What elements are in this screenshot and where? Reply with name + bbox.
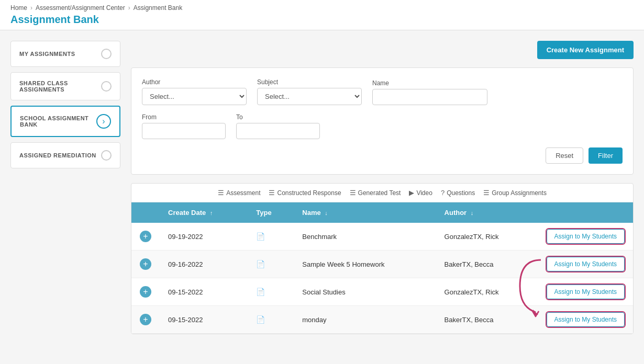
type-cell-1: 📄 bbox=[248, 223, 294, 251]
type-icon-4: 📄 bbox=[256, 315, 265, 324]
main-layout: MY ASSIGNMENTS SHARED CLASS ASSIGNMENTS … bbox=[0, 30, 644, 345]
legend-video: ▶ Video bbox=[409, 189, 432, 197]
col-create-date[interactable]: Create Date ↑ bbox=[160, 202, 248, 223]
from-input[interactable] bbox=[142, 123, 226, 139]
breadcrumb-home[interactable]: Home bbox=[10, 4, 27, 12]
subject-select[interactable]: Select... bbox=[257, 88, 362, 105]
group-assignments-icon: ☰ bbox=[483, 189, 490, 197]
page-title: Assignment Bank bbox=[10, 14, 634, 26]
legend-row: ☰ Assessment ☰ Constructed Response ☰ Ge… bbox=[131, 184, 633, 202]
create-date-4: 09-15-2022 bbox=[160, 306, 248, 334]
type-cell-3: 📄 bbox=[248, 278, 294, 306]
type-cell-4: 📄 bbox=[248, 306, 294, 334]
filter-row-2: From To bbox=[142, 113, 623, 139]
table-panel: ☰ Assessment ☰ Constructed Response ☰ Ge… bbox=[131, 183, 634, 334]
sidebar-item-assigned-remediation[interactable]: ASSIGNED REMEDIATION bbox=[10, 142, 120, 168]
col-name-label: Name bbox=[302, 209, 320, 217]
filter-button[interactable]: Filter bbox=[589, 147, 623, 164]
name-input[interactable] bbox=[372, 89, 487, 105]
breadcrumb-sep-1: › bbox=[30, 4, 32, 12]
name-filter-field: Name bbox=[372, 79, 487, 105]
col-author-sort: ↓ bbox=[471, 210, 474, 216]
constructed-response-icon: ☰ bbox=[269, 189, 275, 197]
assessment-icon: ☰ bbox=[218, 189, 224, 197]
col-name-sort: ↓ bbox=[325, 210, 328, 216]
legend-assessment: ☰ Assessment bbox=[218, 189, 260, 197]
col-create-date-sort: ↑ bbox=[210, 210, 213, 216]
legend-generated-label: Generated Test bbox=[358, 189, 401, 197]
legend-questions: ? Questions bbox=[441, 189, 475, 197]
table-row: + 09-15-2022 📄 monday BakerTX, Becca Ass… bbox=[131, 306, 633, 334]
col-action bbox=[538, 202, 633, 223]
from-filter-label: From bbox=[142, 113, 226, 121]
assign-col-3: Assign to My Students bbox=[538, 278, 633, 306]
col-type: Type bbox=[248, 202, 294, 223]
legend-group-assignments: ☰ Group Assignments bbox=[483, 189, 547, 197]
breadcrumb-current: Assignment Bank bbox=[134, 4, 182, 12]
sidebar-shared-label: SHARED CLASS ASSIGNMENTS bbox=[19, 80, 101, 93]
filter-actions: Reset Filter bbox=[142, 147, 623, 164]
assign-button-4[interactable]: Assign to My Students bbox=[547, 312, 625, 327]
legend-questions-label: Questions bbox=[447, 189, 475, 197]
content-area: Create New Assignment Author Select... S… bbox=[131, 41, 634, 334]
subject-filter-field: Subject Select... bbox=[257, 78, 362, 105]
name-cell-4: monday bbox=[294, 306, 436, 334]
create-new-assignment-button[interactable]: Create New Assignment bbox=[537, 41, 634, 59]
assign-col-4: Assign to My Students bbox=[538, 306, 633, 334]
assign-button-1[interactable]: Assign to My Students bbox=[547, 229, 625, 244]
legend-video-label: Video bbox=[416, 189, 432, 197]
expand-button-1[interactable]: + bbox=[140, 231, 151, 242]
assign-col-1: Assign to My Students bbox=[538, 223, 633, 251]
breadcrumb: Home › Assessment/Assignment Center › As… bbox=[10, 4, 634, 12]
sidebar: MY ASSIGNMENTS SHARED CLASS ASSIGNMENTS … bbox=[10, 41, 120, 334]
breadcrumb-assessment[interactable]: Assessment/Assignment Center bbox=[36, 4, 125, 12]
header-row: Create New Assignment bbox=[131, 41, 634, 59]
expand-button-3[interactable]: + bbox=[140, 286, 151, 298]
col-author[interactable]: Author ↓ bbox=[436, 202, 538, 223]
legend-constructed-response: ☰ Constructed Response bbox=[269, 189, 341, 197]
expand-button-4[interactable]: + bbox=[140, 314, 151, 325]
name-cell-1: Benchmark bbox=[294, 223, 436, 251]
expand-cell-2: + bbox=[131, 251, 160, 278]
expand-cell-1: + bbox=[131, 223, 160, 251]
col-type-label: Type bbox=[256, 209, 271, 217]
table-row: + 09-16-2022 📄 Sample Week 5 Homework Ba… bbox=[131, 251, 633, 278]
create-date-3: 09-15-2022 bbox=[160, 278, 248, 306]
to-filter-field: To bbox=[236, 113, 320, 139]
filter-row-1: Author Select... Subject Select... Name bbox=[142, 78, 623, 105]
expand-cell-3: + bbox=[131, 278, 160, 306]
breadcrumb-sep-2: › bbox=[128, 4, 130, 12]
sidebar-school-label: SCHOOL ASSIGNMENT BANK bbox=[20, 115, 96, 128]
sidebar-my-assignments-label: MY ASSIGNMENTS bbox=[19, 51, 75, 57]
legend-group-label: Group Assignments bbox=[492, 189, 547, 197]
sidebar-item-school-assignment-bank[interactable]: SCHOOL ASSIGNMENT BANK › bbox=[10, 106, 120, 137]
expand-button-2[interactable]: + bbox=[140, 258, 151, 270]
author-cell-4: BakerTX, Becca bbox=[436, 306, 538, 334]
name-cell-3: Social Studies bbox=[294, 278, 436, 306]
author-cell-2: BakerTX, Becca bbox=[436, 251, 538, 278]
assign-button-2[interactable]: Assign to My Students bbox=[547, 257, 625, 271]
sidebar-radio-remediation bbox=[101, 150, 112, 161]
col-name[interactable]: Name ↓ bbox=[294, 202, 436, 223]
author-filter-field: Author Select... bbox=[142, 78, 247, 105]
to-input[interactable] bbox=[236, 123, 320, 139]
expand-cell-4: + bbox=[131, 306, 160, 334]
sidebar-item-my-assignments[interactable]: MY ASSIGNMENTS bbox=[10, 41, 120, 67]
top-bar: Home › Assessment/Assignment Center › As… bbox=[0, 0, 644, 30]
name-cell-2: Sample Week 5 Homework bbox=[294, 251, 436, 278]
col-create-date-label: Create Date bbox=[168, 209, 206, 217]
author-cell-1: GonzalezTX, Rick bbox=[436, 223, 538, 251]
legend-constructed-label: Constructed Response bbox=[277, 189, 341, 197]
table-wrapper: Create Date ↑ Type Name ↓ Auth bbox=[131, 202, 633, 334]
type-icon-2: 📄 bbox=[256, 260, 265, 268]
from-filter-field: From bbox=[142, 113, 226, 139]
video-icon: ▶ bbox=[409, 189, 414, 197]
create-date-2: 09-16-2022 bbox=[160, 251, 248, 278]
assign-button-3[interactable]: Assign to My Students bbox=[547, 285, 625, 299]
table-body: + 09-19-2022 📄 Benchmark GonzalezTX, Ric… bbox=[131, 223, 633, 334]
author-select[interactable]: Select... bbox=[142, 88, 247, 105]
table-row: + 09-15-2022 📄 Social Studies GonzalezTX… bbox=[131, 278, 633, 306]
sidebar-item-shared-class-assignments[interactable]: SHARED CLASS ASSIGNMENTS bbox=[10, 72, 120, 100]
legend-generated-test: ☰ Generated Test bbox=[350, 189, 401, 197]
reset-button[interactable]: Reset bbox=[546, 147, 583, 164]
